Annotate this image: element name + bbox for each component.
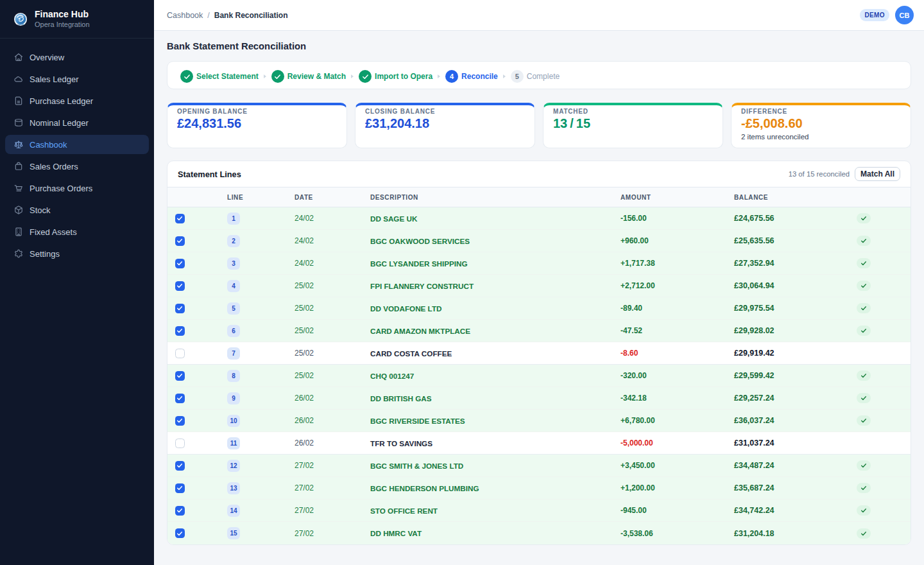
svg-text:Opera3: Opera3	[17, 22, 24, 25]
